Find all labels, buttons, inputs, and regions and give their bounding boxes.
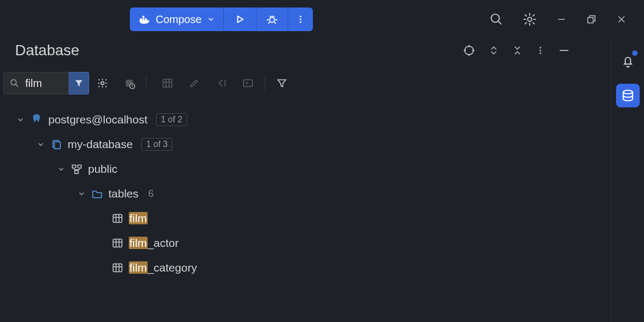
play-icon [235, 14, 245, 25]
tables-group-label: tables [108, 187, 138, 200]
datasource-label: postgres@localhost [48, 113, 148, 126]
jump-to-query-button[interactable] [212, 74, 230, 92]
svg-rect-28 [113, 239, 122, 247]
filter-outline-icon [276, 77, 288, 89]
database-node[interactable]: my-database 1 of 3 [16, 132, 644, 157]
schema-node[interactable]: public [16, 157, 644, 181]
tables-group-node[interactable]: tables 6 [16, 181, 644, 206]
search-input[interactable] [25, 77, 63, 90]
chevron-down-icon[interactable] [57, 165, 65, 173]
table-icon [112, 213, 123, 224]
table-node[interactable]: film_actor [16, 231, 644, 255]
locate-button[interactable] [463, 44, 475, 57]
settings-button[interactable] [523, 12, 537, 26]
table-node[interactable]: film [16, 206, 644, 231]
stop-refresh-icon [123, 77, 135, 89]
collapse-all-button[interactable] [512, 45, 523, 56]
restore-icon [586, 14, 597, 25]
table-icon [112, 237, 123, 249]
close-icon [616, 14, 627, 25]
more-run-options-button[interactable] [288, 8, 313, 31]
collapse-icon [512, 45, 523, 56]
schema-label: public [88, 163, 118, 175]
database-tool-button[interactable] [616, 84, 640, 107]
window-minimize-button[interactable] [556, 14, 567, 25]
svg-rect-2 [145, 18, 147, 20]
jump-icon [215, 77, 227, 89]
chevron-down-icon[interactable] [16, 115, 25, 124]
database-tree: postgres@localhost 1 of 2 my-database 1 … [0, 96, 644, 280]
postgres-icon [30, 113, 43, 126]
gear-icon [523, 12, 537, 26]
open-console-button[interactable] [239, 74, 257, 92]
folder-icon [91, 188, 103, 200]
bug-icon [266, 13, 278, 25]
refresh-button[interactable] [120, 74, 138, 92]
svg-rect-0 [140, 18, 142, 20]
crosshair-icon [463, 44, 475, 57]
svg-rect-1 [142, 18, 144, 20]
compose-run-config-button[interactable]: Compose [130, 8, 224, 31]
datasource-node[interactable]: postgres@localhost 1 of 2 [16, 107, 644, 132]
pencil-icon [189, 78, 200, 89]
table-node[interactable]: film_category [16, 255, 644, 280]
svg-point-5 [299, 16, 301, 17]
chevron-down-icon[interactable] [36, 140, 45, 149]
table-label: film_category [129, 261, 197, 274]
database-panel-header: Database [0, 39, 644, 71]
notifications-button[interactable] [616, 49, 640, 73]
bell-icon [621, 54, 635, 68]
table-icon [112, 262, 123, 274]
window-close-button[interactable] [616, 14, 627, 25]
filter-button[interactable] [273, 74, 291, 92]
run-config-group: Compose [130, 8, 313, 31]
svg-rect-24 [72, 165, 76, 169]
database-label: my-database [68, 138, 133, 151]
svg-point-4 [269, 17, 274, 22]
hide-panel-button[interactable] [558, 45, 570, 56]
svg-point-30 [623, 90, 632, 94]
datasource-count-badge: 1 of 2 [156, 113, 187, 126]
kebab-icon [536, 46, 545, 55]
svg-point-6 [299, 19, 301, 20]
panel-options-button[interactable] [536, 46, 545, 55]
database-count-badge: 1 of 3 [141, 138, 172, 151]
svg-point-17 [101, 82, 104, 85]
svg-point-7 [299, 21, 301, 23]
search-field-wrap [3, 72, 69, 94]
compose-label: Compose [156, 13, 202, 26]
panel-title: Database [15, 42, 79, 59]
titlebar: Compose [0, 0, 644, 39]
run-button[interactable] [224, 8, 257, 31]
search-everywhere-button[interactable] [489, 12, 503, 26]
chevron-down-icon[interactable] [77, 189, 86, 198]
search-icon [9, 78, 20, 89]
filter-toggle-button[interactable] [69, 72, 89, 94]
edit-button[interactable] [185, 74, 203, 92]
svg-point-9 [528, 17, 532, 21]
filter-icon [74, 78, 84, 89]
kebab-icon [296, 14, 305, 24]
table-label: film_actor [129, 237, 179, 250]
tables-count: 6 [148, 188, 154, 200]
table-icon [162, 77, 173, 89]
svg-rect-3 [142, 16, 144, 18]
minimize-icon [556, 14, 567, 25]
expand-icon [488, 45, 499, 56]
open-table-button[interactable] [158, 74, 177, 92]
datasource-properties-button[interactable] [93, 74, 112, 92]
schema-icon [71, 163, 83, 175]
gear-icon [97, 77, 108, 89]
svg-rect-23 [54, 142, 60, 149]
right-tool-rail [611, 39, 644, 322]
database-icon [621, 89, 635, 103]
svg-point-14 [540, 50, 541, 52]
expand-collapse-button[interactable] [488, 45, 499, 56]
svg-point-13 [540, 47, 541, 48]
window-restore-button[interactable] [586, 14, 597, 25]
minimize-icon [558, 45, 570, 56]
console-icon [242, 77, 254, 89]
table-label: film [129, 212, 148, 225]
debug-button[interactable] [257, 8, 288, 31]
docker-icon [138, 13, 150, 25]
